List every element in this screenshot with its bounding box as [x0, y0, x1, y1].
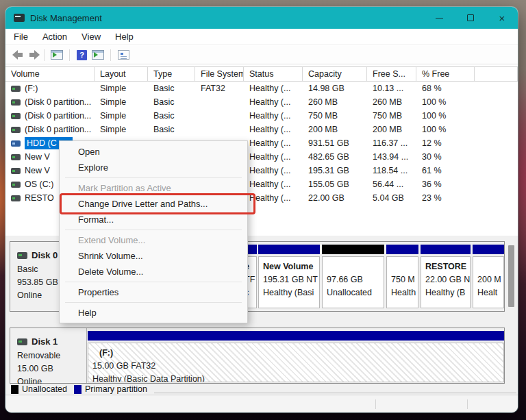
volume-icon: [11, 127, 21, 133]
minimize-icon: [436, 18, 443, 18]
volume-row[interactable]: (F:) Simple Basic FAT32 Healthy (... 14.…: [5, 82, 518, 95]
menu-item-explore[interactable]: Explore: [60, 160, 247, 175]
column-header-free-space[interactable]: Free S...: [367, 67, 416, 81]
volume-icon: [11, 195, 21, 201]
volume-row[interactable]: (Disk 0 partition... Simple Basic Health…: [5, 123, 518, 136]
volume-row[interactable]: (Disk 0 partition... Simple Basic Health…: [5, 109, 518, 123]
desktop-background: Disk Management × File Action View Help …: [0, 0, 526, 420]
menu-item-properties[interactable]: Properties: [60, 284, 247, 300]
disk0-name: Disk 0: [32, 249, 58, 262]
close-button[interactable]: ×: [486, 7, 518, 29]
menu-item-shrink-volume[interactable]: Shrink Volume...: [60, 248, 247, 264]
disk1-size: 15.00 GB: [17, 362, 86, 375]
column-header-filesystem[interactable]: File System: [195, 67, 244, 81]
menu-item-open[interactable]: Open: [60, 144, 247, 160]
volume-icon: [11, 86, 21, 92]
volume-name: (Disk 0 partition...: [25, 125, 91, 134]
help-icon[interactable]: ?: [77, 50, 87, 60]
menu-file[interactable]: File: [8, 32, 34, 42]
list-header: Volume Layout Type File System Status Ca…: [5, 66, 518, 82]
legend: Unallocated Primary partition: [5, 384, 518, 395]
disk1-name: Disk 1: [32, 335, 58, 348]
volume-icon: [11, 168, 21, 174]
maximize-button[interactable]: [455, 7, 486, 29]
menu-item-delete-volume[interactable]: Delete Volume...: [60, 264, 247, 280]
menu-action[interactable]: Action: [36, 32, 73, 42]
volume-icon: [11, 182, 21, 188]
status-bar: [5, 395, 518, 412]
volume-name: (Disk 0 partition...: [25, 97, 91, 107]
disk-drive-icon: [14, 14, 25, 22]
volume-icon: [11, 113, 21, 119]
context-menu: Open Explore Mark Partition as Active Ch…: [59, 140, 248, 323]
volume-icon: [11, 140, 21, 147]
vertical-scrollbar[interactable]: [508, 237, 515, 393]
column-header-type[interactable]: Type: [148, 67, 195, 81]
forward-arrow-icon[interactable]: [29, 50, 40, 60]
partition-200mb[interactable]: 200 M Healt: [473, 245, 504, 308]
volume-name: (Disk 0 partition...: [25, 111, 91, 121]
volume-name: (F:): [25, 84, 38, 93]
volume-row[interactable]: (Disk 0 partition... Simple Basic Health…: [5, 95, 518, 109]
maximize-icon: [467, 14, 474, 21]
title-bar: Disk Management ×: [5, 7, 518, 29]
partition-restore[interactable]: RESTORE 22.00 GB N Healthy (B: [421, 245, 471, 308]
volume-icon: [11, 99, 21, 106]
menu-separator: [65, 177, 242, 178]
toolbar-separator: [69, 49, 70, 61]
legend-unallocated: Unallocated: [11, 384, 67, 394]
scrollbar-thumb[interactable]: [508, 245, 514, 307]
red-highlight-annotation: [60, 193, 255, 214]
minimize-button[interactable]: [423, 7, 455, 29]
menu-separator: [65, 282, 242, 282]
toolbar-separator: [110, 49, 111, 61]
partition-750mb[interactable]: 750 M Health: [386, 245, 418, 308]
menu-item-extend-volume: Extend Volume...: [60, 232, 247, 248]
disk-icon: [17, 338, 27, 345]
volume-name: OS (C:): [25, 180, 53, 189]
toolbar: ?: [5, 46, 518, 64]
properties-icon[interactable]: [118, 50, 129, 60]
menu-item-help[interactable]: Help: [60, 305, 247, 321]
disk-management-window: Disk Management × File Action View Help …: [5, 7, 518, 412]
disk-icon: [17, 252, 27, 259]
primary-partition-swatch: [74, 385, 82, 394]
volume-name: RESTO: [25, 193, 54, 203]
close-icon: ×: [499, 12, 505, 24]
unallocated-swatch: [11, 385, 18, 394]
partition-new-volume[interactable]: New Volume 195.31 GB NT Healthy (Basi: [258, 245, 320, 308]
volume-icon: [11, 154, 21, 160]
partition-unallocated[interactable]: 97.66 GB Unallocated: [322, 245, 384, 308]
legend-rule: [154, 393, 516, 393]
partition-f-drive[interactable]: (F:) 15.00 GB FAT32 Healthy (Basic Data …: [88, 331, 504, 382]
column-header-layout[interactable]: Layout: [95, 67, 148, 81]
menu-separator: [65, 230, 242, 230]
toolbar-separator: [44, 49, 45, 61]
disk1-label-panel[interactable]: Disk 1 Removable 15.00 GB Online: [10, 328, 87, 383]
volume-name: New V: [25, 166, 50, 175]
menu-bar: File Action View Help: [5, 29, 518, 45]
console-tree-icon[interactable]: [51, 50, 63, 60]
menu-help[interactable]: Help: [109, 32, 140, 42]
window-title: Disk Management: [30, 13, 102, 23]
menu-view[interactable]: View: [75, 32, 107, 42]
column-header-pct-free[interactable]: % Free: [416, 67, 475, 81]
volume-name: New V: [25, 152, 50, 162]
menu-separator: [65, 302, 242, 303]
action-window-icon[interactable]: [92, 50, 104, 60]
column-header-blank: [475, 67, 518, 81]
disk1-type: Removable: [17, 349, 86, 362]
back-arrow-icon[interactable]: [12, 50, 23, 60]
legend-primary-partition: Primary partition: [74, 384, 147, 394]
column-header-volume[interactable]: Volume: [5, 67, 95, 81]
column-header-capacity[interactable]: Capacity: [303, 67, 367, 81]
column-header-status[interactable]: Status: [244, 67, 303, 81]
